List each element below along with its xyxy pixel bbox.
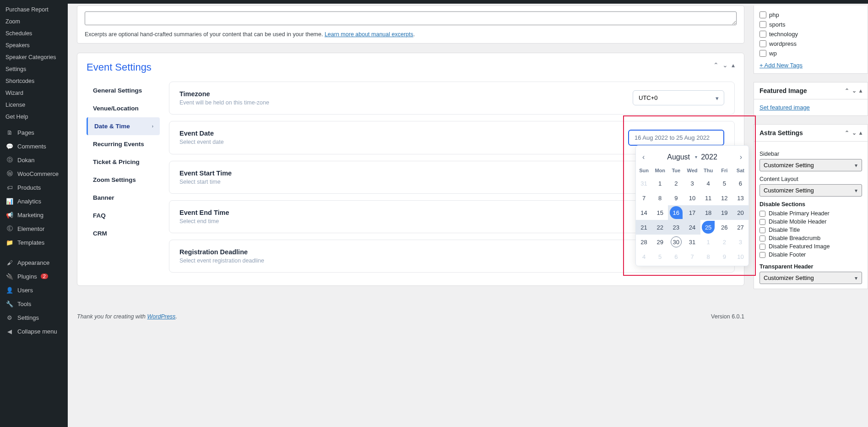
calendar-day[interactable]: 6 xyxy=(668,249,684,264)
calendar-day[interactable]: 28 xyxy=(636,235,652,249)
calendar-day[interactable]: 2 xyxy=(716,235,732,249)
event-date-input[interactable] xyxy=(628,130,724,146)
checkbox[interactable] xyxy=(760,21,766,28)
calendar-day[interactable]: 5 xyxy=(716,176,732,191)
featured-toggle-icon[interactable]: ▴ xyxy=(859,88,862,94)
sidebar-item-comments[interactable]: 💬Comments xyxy=(0,139,68,153)
set-featured-image-link[interactable]: Set featured image xyxy=(760,104,810,111)
featured-down-icon[interactable]: ⌄ xyxy=(852,88,857,94)
tab-banner[interactable]: Banner xyxy=(87,189,160,207)
sidebar-item-tools[interactable]: 🔧Tools xyxy=(0,297,68,311)
sidebar-item-speaker-categories[interactable]: Speaker Categories xyxy=(0,51,68,63)
sidebar-item-elementor[interactable]: ⒺElementor xyxy=(0,222,68,235)
calendar-next-icon[interactable]: › xyxy=(738,151,744,163)
calendar-day[interactable]: 1 xyxy=(652,176,668,191)
tab-recurring-events[interactable]: Recurring Events xyxy=(87,135,160,153)
calendar-day[interactable]: 3 xyxy=(684,176,700,191)
calendar-day[interactable]: 15 xyxy=(652,205,668,220)
calendar-day[interactable]: 31 xyxy=(684,235,700,249)
panel-up-icon[interactable]: ⌃ xyxy=(713,61,719,69)
calendar-day[interactable]: 9 xyxy=(716,249,732,264)
sidebar-item-appearance[interactable]: 🖌Appearance xyxy=(0,256,68,269)
calendar-day[interactable]: 22 xyxy=(652,220,668,235)
sidebar-item-products[interactable]: 🏷Products xyxy=(0,181,68,194)
sidebar-item-templates[interactable]: 📁Templates xyxy=(0,235,68,249)
sidebar-item-marketing[interactable]: 📢Marketing xyxy=(0,208,68,222)
sidebar-item-purchase-report[interactable]: Purchase Report xyxy=(0,4,68,16)
panel-down-icon[interactable]: ⌄ xyxy=(722,61,728,69)
astra-layout-select[interactable]: Customizer Setting xyxy=(760,184,862,197)
add-new-tags-link[interactable]: + Add New Tags xyxy=(760,62,803,69)
calendar-day[interactable]: 18 xyxy=(700,205,716,220)
sidebar-item-analytics[interactable]: 📊Analytics xyxy=(0,194,68,208)
checkbox[interactable] xyxy=(760,227,765,233)
checkbox[interactable] xyxy=(760,252,765,258)
calendar-day[interactable]: 21 xyxy=(636,220,652,235)
calendar-day[interactable]: 10 xyxy=(684,191,700,205)
sidebar-item-shortcodes[interactable]: Shortcodes xyxy=(0,75,68,87)
calendar-day[interactable]: 1 xyxy=(700,235,716,249)
timezone-select[interactable]: UTC+0 xyxy=(633,90,724,105)
calendar-day[interactable]: 25 xyxy=(700,220,716,235)
checkbox[interactable] xyxy=(760,235,765,241)
calendar-day[interactable]: 13 xyxy=(732,191,749,205)
astra-disable-disable-title[interactable]: Disable Title xyxy=(760,226,862,234)
sidebar-item-schedules[interactable]: Schedules xyxy=(0,27,68,39)
calendar-day[interactable]: 14 xyxy=(636,205,652,220)
astra-up-icon[interactable]: ⌃ xyxy=(845,130,849,136)
tab-date-time[interactable]: Date & Time› xyxy=(87,117,160,135)
tab-general-settings[interactable]: General Settings xyxy=(87,82,160,99)
calendar-day[interactable]: 7 xyxy=(636,191,652,205)
calendar-day[interactable]: 9 xyxy=(668,191,684,205)
calendar-day[interactable]: 30 xyxy=(668,235,684,249)
calendar-day[interactable]: 8 xyxy=(700,249,716,264)
calendar-day[interactable]: 23 xyxy=(668,220,684,235)
sidebar-item-zoom[interactable]: Zoom xyxy=(0,16,68,27)
tag-checkbox-wordpress[interactable]: wordpress xyxy=(760,39,862,49)
calendar-day[interactable]: 20 xyxy=(732,205,749,220)
sidebar-item-settings[interactable]: Settings xyxy=(0,63,68,75)
calendar-prev-icon[interactable]: ‹ xyxy=(640,151,646,163)
astra-disable-disable-featured-image[interactable]: Disable Featured Image xyxy=(760,242,862,251)
astra-toggle-icon[interactable]: ▴ xyxy=(859,130,862,136)
sidebar-item-users[interactable]: 👤Users xyxy=(0,283,68,297)
checkbox[interactable] xyxy=(760,244,765,250)
calendar-day[interactable]: 4 xyxy=(700,176,716,191)
astra-sidebar-select[interactable]: Customizer Setting xyxy=(760,159,862,171)
sidebar-item-dokan[interactable]: ⒹDokan xyxy=(0,153,68,167)
featured-up-icon[interactable]: ⌃ xyxy=(845,88,849,94)
calendar-day[interactable]: 29 xyxy=(652,235,668,249)
checkbox[interactable] xyxy=(760,219,765,225)
calendar-day[interactable]: 12 xyxy=(716,191,732,205)
astra-disable-disable-breadcrumb[interactable]: Disable Breadcrumb xyxy=(760,234,862,242)
calendar-day[interactable]: 19 xyxy=(716,205,732,220)
calendar-day[interactable]: 10 xyxy=(732,249,749,264)
calendar-day[interactable]: 16 xyxy=(668,205,684,220)
sidebar-item-get-help[interactable]: Get Help xyxy=(0,111,68,123)
excerpt-textarea[interactable] xyxy=(85,11,737,25)
calendar-day[interactable]: 2 xyxy=(668,176,684,191)
checkbox[interactable] xyxy=(760,11,766,18)
panel-toggle-icon[interactable]: ▴ xyxy=(732,61,735,69)
calendar-month-select[interactable]: August xyxy=(667,153,697,161)
astra-disable-disable-primary-header[interactable]: Disable Primary Header xyxy=(760,209,862,218)
calendar-day[interactable]: 27 xyxy=(732,220,749,235)
calendar-day[interactable]: 26 xyxy=(716,220,732,235)
calendar-day[interactable]: 6 xyxy=(732,176,749,191)
tab-venue-location[interactable]: Venue/Location xyxy=(87,99,160,117)
tab-zoom-settings[interactable]: Zoom Settings xyxy=(87,171,160,189)
sidebar-item-plugins[interactable]: 🔌Plugins2 xyxy=(0,269,68,283)
sidebar-item-license[interactable]: License xyxy=(0,99,68,111)
astra-transparent-select[interactable]: Customizer Setting xyxy=(760,272,862,284)
calendar-day[interactable]: 11 xyxy=(700,191,716,205)
sidebar-item-collapse-menu[interactable]: ◀Collapse menu xyxy=(0,324,68,338)
tab-ticket-pricing[interactable]: Ticket & Pricing xyxy=(87,153,160,171)
astra-disable-disable-footer[interactable]: Disable Footer xyxy=(760,251,862,259)
checkbox[interactable] xyxy=(760,40,766,47)
footer-wordpress-link[interactable]: WordPress xyxy=(147,313,176,320)
tag-checkbox-wp[interactable]: wp xyxy=(760,49,862,58)
checkbox[interactable] xyxy=(760,50,766,57)
calendar-day[interactable]: 7 xyxy=(684,249,700,264)
calendar-day[interactable]: 4 xyxy=(636,249,652,264)
tab-faq[interactable]: FAQ xyxy=(87,207,160,224)
